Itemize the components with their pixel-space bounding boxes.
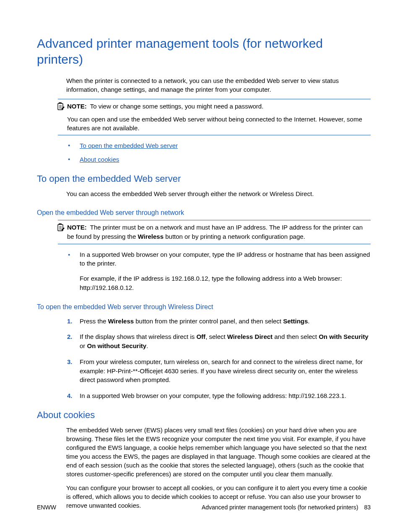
section-heading-open-ews: To open the embedded Web server: [37, 173, 371, 184]
footer-right: Advanced printer management tools (for n…: [202, 504, 371, 511]
note-content: NOTE: To view or change some settings, y…: [67, 102, 371, 132]
footer: ENWW Advanced printer management tools (…: [37, 504, 371, 511]
footer-title: Advanced printer management tools (for n…: [202, 504, 358, 511]
note-label: NOTE:: [67, 224, 87, 231]
section-heading-cookies: About cookies: [37, 410, 371, 421]
document-page: Advanced printer management tools (for n…: [0, 0, 400, 532]
note-bold: Wireless: [138, 233, 164, 240]
cookies-p1: The embedded Web server (EWS) places ver…: [66, 426, 371, 478]
note-content: NOTE: The printer must be on a network a…: [67, 223, 371, 241]
note-label: NOTE:: [67, 103, 87, 110]
intro-block: When the printer is connected to a netwo…: [66, 76, 371, 94]
link-open-ews[interactable]: To open the embedded Web server: [80, 142, 178, 149]
step-4: In a supported Web browser on your compu…: [67, 391, 371, 400]
section1-intro-text: You can access the embedded Web server t…: [66, 189, 371, 198]
note-text: To view or change some settings, you mig…: [90, 103, 264, 110]
intro-text: When the printer is connected to a netwo…: [66, 76, 371, 94]
note-post: button or by printing a network configur…: [164, 233, 305, 240]
note-icon: [57, 223, 65, 232]
note-icon: [57, 102, 65, 111]
step-1: Press the Wireless button from the print…: [67, 317, 371, 326]
note-after: You can open and use the embedded Web se…: [67, 115, 371, 132]
bullet-list-network: In a supported Web browser on your compu…: [67, 250, 371, 292]
step-3: From your wireless computer, turn wirele…: [67, 357, 371, 385]
bullet-example: For example, if the IP address is 192.16…: [80, 274, 371, 292]
link-item: To open the embedded Web server: [67, 141, 371, 151]
section2-body: The embedded Web server (EWS) places ver…: [66, 426, 371, 510]
step-2: If the display shows that wireless direc…: [67, 332, 371, 351]
link-about-cookies[interactable]: About cookies: [80, 156, 119, 163]
toc-links: To open the embedded Web server About co…: [67, 141, 371, 164]
section1-intro: You can access the embedded Web server t…: [66, 189, 371, 198]
page-number: 83: [364, 504, 371, 511]
footer-left: ENWW: [37, 504, 56, 511]
subsection-heading-wireless: To open the embedded Web server through …: [37, 303, 371, 311]
steps-wireless-direct: Press the Wireless button from the print…: [67, 317, 371, 400]
link-item: About cookies: [67, 155, 371, 165]
bullet-item: In a supported Web browser on your compu…: [67, 250, 371, 292]
page-title: Advanced printer management tools (for n…: [37, 36, 371, 67]
subsection-heading-network: Open the embedded Web server through net…: [37, 209, 371, 217]
note-box-1: NOTE: To view or change some settings, y…: [58, 99, 371, 135]
bullet-main: In a supported Web browser on your compu…: [80, 251, 370, 267]
note-box-2: NOTE: The printer must be on a network a…: [58, 220, 371, 244]
